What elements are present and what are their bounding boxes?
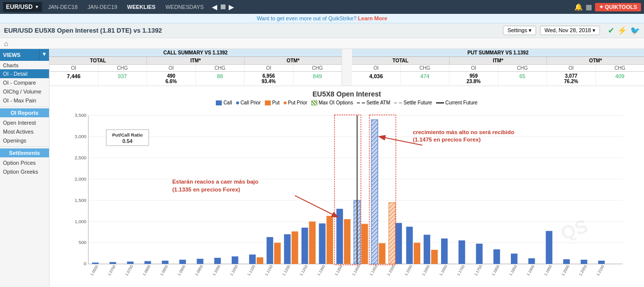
grid-icon[interactable]: ▦ xyxy=(219,3,227,11)
svg-text:1.1100: 1.1100 xyxy=(247,264,256,277)
put-otm-oi: 3,07776.2% xyxy=(547,72,596,86)
call-itm-chg: 88 xyxy=(196,72,245,86)
call-otm-oi: 6,95693.4% xyxy=(245,72,294,86)
svg-text:1.1150: 1.1150 xyxy=(264,264,273,277)
bar-call xyxy=(494,249,500,264)
call-col-headers: OI CHG OI CHG OI CHG xyxy=(50,65,342,72)
svg-text:1.1650: 1.1650 xyxy=(439,264,448,277)
views-dropdown-arrow[interactable]: ▼ xyxy=(39,49,49,61)
pair-dropdown-arrow: ▼ xyxy=(35,4,39,9)
bar-put xyxy=(361,224,368,264)
sidebar-item-option-greeks[interactable]: Option Greeks xyxy=(0,167,49,176)
svg-text:1.1400: 1.1400 xyxy=(351,264,361,277)
bar-call xyxy=(162,261,168,264)
svg-text:1.2100: 1.2100 xyxy=(595,264,605,277)
put-oi-3: OI xyxy=(547,65,596,71)
settings-button[interactable]: Settings ▾ xyxy=(503,26,536,35)
put-total-oi: 4,036 xyxy=(352,72,401,86)
page-title: EUR/USD EU5X8 Open Interest (1.81 DTE) v… xyxy=(4,27,503,34)
bar-put xyxy=(327,216,333,264)
put-summary-header: PUT SUMMARY VS 1.1392 xyxy=(352,49,644,57)
svg-text:1.0750: 1.0750 xyxy=(124,264,134,277)
next-arrow[interactable]: ▶ xyxy=(228,3,235,11)
prev-arrow[interactable]: ◀ xyxy=(211,3,218,11)
bar-call xyxy=(127,262,134,264)
bar-call xyxy=(301,228,308,264)
sidebar-item-openings[interactable]: Openings xyxy=(0,136,49,145)
put-chg-1: CHG xyxy=(401,65,450,71)
grid-nav-icon[interactable]: ▦ xyxy=(586,3,592,11)
legend-put-label: Put xyxy=(272,100,280,105)
svg-text:2,500: 2,500 xyxy=(75,155,87,160)
put-prior-dot xyxy=(284,101,287,104)
chart-container: EU5X8 Open Interest Call Call Prior Put … xyxy=(50,86,644,287)
bar-put xyxy=(431,250,438,264)
legend-max-oi-label: Max OI Options xyxy=(319,100,353,105)
put-summary-sub-headers: TOTAL ITM* OTM* xyxy=(352,57,644,65)
svg-text:1.1350: 1.1350 xyxy=(334,264,343,277)
call-itm-header: ITM* xyxy=(147,57,245,64)
bar-put xyxy=(309,222,315,264)
tab-weeklies[interactable]: WEEKLIES xyxy=(123,3,159,11)
bar-call xyxy=(563,259,570,264)
svg-text:1.1750: 1.1750 xyxy=(473,264,483,277)
legend-settle-future-label: Settle Future xyxy=(403,100,432,105)
bar-call xyxy=(92,263,99,264)
put-itm-chg: 65 xyxy=(498,72,547,86)
svg-text:500: 500 xyxy=(79,239,87,245)
legend-put-prior: Put Prior xyxy=(284,100,307,105)
tab-wednesdays[interactable]: WEDNESDAYS xyxy=(161,3,207,11)
twitter-icon[interactable]: 🐦 xyxy=(630,26,640,35)
svg-text:3,500: 3,500 xyxy=(75,112,87,118)
banner-link[interactable]: Learn More xyxy=(358,15,387,21)
sidebar-item-oi-maxpain[interactable]: OI - Max Pain xyxy=(0,96,49,105)
put-col-headers: OI CHG OI CHG OI CHG xyxy=(352,65,644,72)
put-otm-chg: 409 xyxy=(596,72,644,86)
views-button[interactable]: VIEWS xyxy=(0,49,39,61)
svg-text:1.0650: 1.0650 xyxy=(90,264,99,277)
date-button[interactable]: Wed, Nov 28, 2018 ▾ xyxy=(540,26,600,35)
put-oi-2: OI xyxy=(449,65,498,71)
home-icon[interactable]: ⌂ xyxy=(4,40,8,48)
sidebar-item-open-interest[interactable]: Open Interest xyxy=(0,118,49,127)
sidebar-item-oi-detail[interactable]: OI - Detail xyxy=(0,69,49,78)
settle-future-line xyxy=(394,102,402,103)
chart-svg: 3,500 3,000 2,500 2,000 1,500 1,000 500 … xyxy=(53,108,640,278)
bar-call xyxy=(546,231,552,264)
call-total-chg: 937 xyxy=(99,72,148,86)
svg-text:1.0700: 1.0700 xyxy=(107,264,116,277)
svg-text:1,000: 1,000 xyxy=(75,219,87,224)
sidebar-item-most-actives[interactable]: Most Actives xyxy=(0,127,49,136)
bar-call xyxy=(267,237,273,264)
sidebar-oi-reports-btn[interactable]: OI Reports xyxy=(0,108,49,117)
tab-jan-dec18[interactable]: JAN-DEC18 xyxy=(44,3,82,11)
sidebar-item-oi-compare[interactable]: OI - Compare xyxy=(0,78,49,87)
sidebar-item-option-prices[interactable]: Option Prices xyxy=(0,158,49,167)
put-otm-header: OTM* xyxy=(547,57,644,64)
currency-pair[interactable]: EUR/USD ▼ xyxy=(3,2,42,12)
sidebar-item-oichg-volume[interactable]: OIChg / Volume xyxy=(0,87,49,96)
tab-jan-dec19[interactable]: JAN-DEC19 xyxy=(84,3,121,11)
check-icon[interactable]: ✔ xyxy=(608,26,614,35)
svg-text:Put/Call Ratio: Put/Call Ratio xyxy=(112,132,143,138)
bar-call xyxy=(109,262,116,264)
call-itm-oi: 4906.6% xyxy=(147,72,196,86)
svg-text:0.54: 0.54 xyxy=(122,139,133,144)
lightning-icon[interactable]: ⚡ xyxy=(617,26,627,35)
watermark: QS xyxy=(558,215,591,244)
summary-tables: CALL SUMMARY VS 1.1392 TOTAL ITM* OTM* O… xyxy=(50,49,644,86)
sidebar: VIEWS ▼ Charts OI - Detail OI - Compare … xyxy=(0,49,50,287)
annotation-text-2: crecimiento más alto no será recibido xyxy=(413,129,514,135)
bar-call xyxy=(284,234,291,264)
bar-call xyxy=(145,261,151,264)
svg-text:1.1700: 1.1700 xyxy=(456,264,465,277)
svg-text:1.1950: 1.1950 xyxy=(543,264,552,277)
bell-icon[interactable]: 🔔 xyxy=(574,3,583,11)
quiktools-button[interactable]: ✦ QUIKTOOLS xyxy=(595,3,641,11)
legend-call: Call xyxy=(216,100,232,105)
put-total-chg: 474 xyxy=(401,72,450,86)
bar-put xyxy=(257,257,263,264)
bar-put-maxoi xyxy=(389,203,395,264)
bar-call xyxy=(441,239,447,264)
sidebar-settlements-btn[interactable]: Settlements xyxy=(0,148,49,157)
